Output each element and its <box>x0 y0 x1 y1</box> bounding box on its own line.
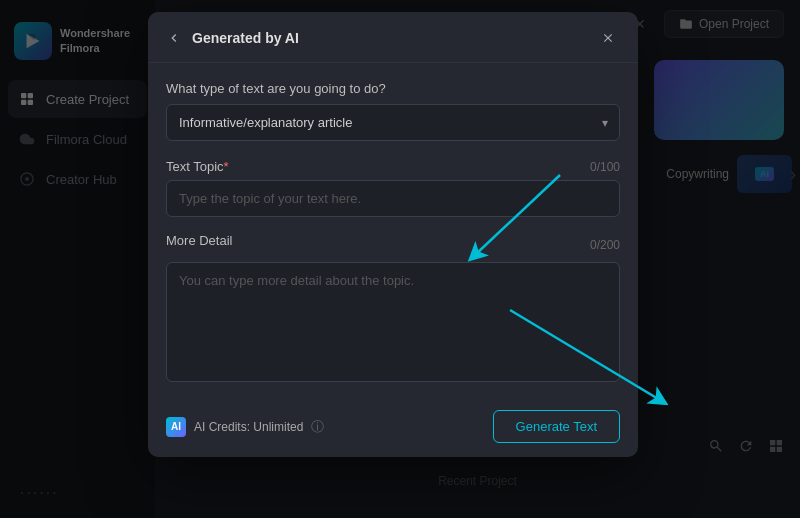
text-topic-counter: 0/100 <box>590 160 620 174</box>
ai-icon: AI <box>166 417 186 437</box>
modal-header-left: Generated by AI <box>166 30 299 46</box>
more-detail-counter: 0/200 <box>590 238 620 252</box>
generate-text-button[interactable]: Generate Text <box>493 410 620 443</box>
info-icon[interactable]: ⓘ <box>311 418 324 436</box>
more-detail-textarea[interactable] <box>166 262 620 382</box>
modal-footer: AI AI Credits: Unlimited ⓘ Generate Text <box>148 396 638 457</box>
modal-back-button[interactable] <box>166 30 182 46</box>
more-detail-field-row: More Detail 0/200 <box>166 233 620 256</box>
more-detail-label: More Detail <box>166 233 232 248</box>
text-topic-input[interactable] <box>166 180 620 217</box>
question-label: What type of text are you going to do? <box>166 81 620 96</box>
text-topic-field-row: Text Topic* 0/100 <box>166 159 620 174</box>
modal-body: What type of text are you going to do? I… <box>148 63 638 386</box>
ai-credits-label: AI Credits: Unlimited <box>194 420 303 434</box>
app-background: Wondershare Filmora Create Project <box>0 0 800 518</box>
modal-dialog: Generated by AI What type of text are yo… <box>148 12 638 457</box>
modal-header: Generated by AI <box>148 12 638 63</box>
modal-title: Generated by AI <box>192 30 299 46</box>
text-topic-label: Text Topic* <box>166 159 229 174</box>
required-marker: * <box>224 159 229 174</box>
modal-close-button[interactable] <box>596 26 620 50</box>
text-type-select[interactable]: Informative/explanatory articleMarketing… <box>166 104 620 141</box>
text-type-select-wrapper: Informative/explanatory articleMarketing… <box>166 104 620 141</box>
ai-credits-section: AI AI Credits: Unlimited ⓘ <box>166 417 324 437</box>
